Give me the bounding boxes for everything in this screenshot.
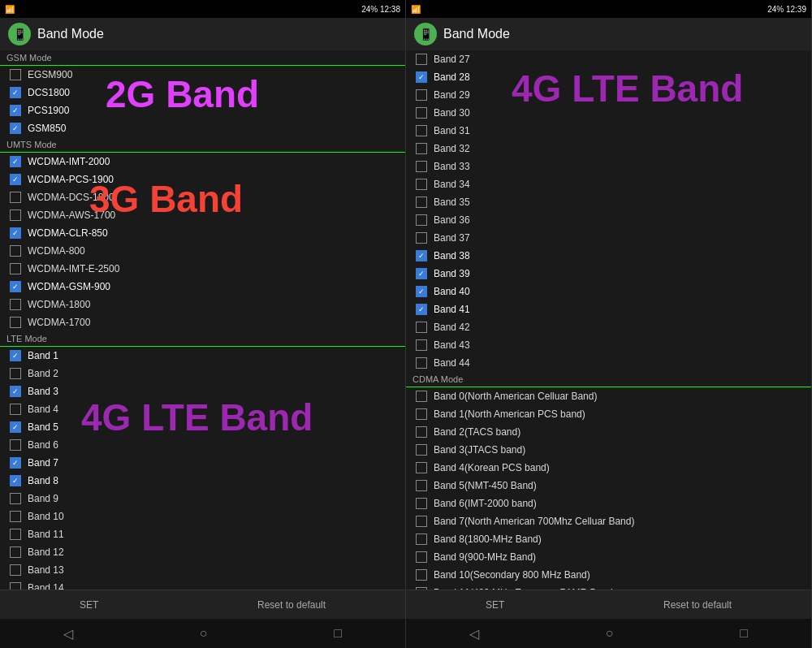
checkbox-cdma-band6[interactable] [416,498,427,509]
checkbox-wcdma-800[interactable] [10,245,21,257]
band-item-wcdma-1800[interactable]: WCDMA-1800 [0,296,405,313]
checkbox-cdma-band5[interactable] [416,480,427,491]
cdma-band9[interactable]: Band 9(900-MHz Band) [406,548,811,566]
checkbox-band8[interactable] [10,475,21,486]
band-item-band37[interactable]: Band 37 [406,229,811,247]
band-item-band33[interactable]: Band 33 [406,158,811,175]
band-item-wcdma-800[interactable]: WCDMA-800 [0,242,405,260]
band-item-band5[interactable]: Band 5 [0,418,405,436]
checkbox-band34[interactable] [416,179,427,190]
checkbox-egsm900[interactable] [10,69,21,80]
band-item-wcdma-gsm900[interactable]: WCDMA-GSM-900 [0,278,405,296]
right-reset-button[interactable]: Reset to default [647,594,748,616]
cdma-band6[interactable]: Band 6(IMT-2000 band) [406,495,811,512]
checkbox-band44[interactable] [416,357,427,369]
cdma-band5[interactable]: Band 5(NMT-450 Band) [406,477,811,495]
band-item-band41[interactable]: Band 41 [406,300,811,318]
checkbox-cdma-band11[interactable] [416,587,427,590]
checkbox-cdma-band7[interactable] [416,516,427,527]
checkbox-band4[interactable] [10,404,21,415]
cdma-band4[interactable]: Band 4(Korean PCS band) [406,459,811,477]
checkbox-band7[interactable] [10,457,21,469]
checkbox-band39[interactable] [416,268,427,279]
band-item-band7[interactable]: Band 7 [0,454,405,472]
checkbox-band31[interactable] [416,125,427,136]
checkbox-cdma-band8[interactable] [416,534,427,545]
left-back-button[interactable]: ◁ [63,626,73,642]
left-recent-button[interactable]: □ [334,626,342,641]
band-item-gsm850[interactable]: GSM850 [0,119,405,137]
band-item-band9[interactable]: Band 9 [0,490,405,508]
checkbox-cdma-band4[interactable] [416,462,427,473]
cdma-band7[interactable]: Band 7(North American 700Mhz Celluar Ban… [406,512,811,530]
checkbox-wcdma-imt2000[interactable] [10,156,21,167]
left-set-button[interactable]: SET [63,594,114,616]
checkbox-band13[interactable] [10,564,21,576]
checkbox-band14[interactable] [10,582,21,590]
band-item-band12[interactable]: Band 12 [0,543,405,561]
band-item-band32[interactable]: Band 32 [406,140,811,158]
cdma-band10[interactable]: Band 10(Secondary 800 MHz Band) [406,566,811,584]
band-item-band10[interactable]: Band 10 [0,508,405,525]
checkbox-band40[interactable] [416,286,427,297]
checkbox-wcdma-imt-e2500[interactable] [10,263,21,274]
band-item-band31[interactable]: Band 31 [406,122,811,140]
checkbox-cdma-band9[interactable] [416,551,427,563]
checkbox-cdma-band2[interactable] [416,426,427,438]
checkbox-band10[interactable] [10,511,21,522]
checkbox-wcdma-aws1700[interactable] [10,210,21,221]
band-item-wcdma-clr850[interactable]: WCDMA-CLR-850 [0,224,405,242]
checkbox-band41[interactable] [416,304,427,315]
checkbox-band32[interactable] [416,143,427,154]
band-item-pcs1900[interactable]: PCS1900 [0,102,405,119]
left-reset-button[interactable]: Reset to default [241,594,342,616]
band-item-band44[interactable]: Band 44 [406,354,811,372]
band-item-band36[interactable]: Band 36 [406,211,811,229]
checkbox-wcdma-1700[interactable] [10,317,21,328]
checkbox-band43[interactable] [416,339,427,351]
band-item-band35[interactable]: Band 35 [406,193,811,211]
checkbox-gsm850[interactable] [10,123,21,134]
band-item-dcs1800[interactable]: DCS1800 [0,84,405,102]
band-item-band13[interactable]: Band 13 [0,561,405,579]
band-item-band14[interactable]: Band 14 [0,579,405,590]
cdma-band3[interactable]: Band 3(JTACS band) [406,441,811,459]
checkbox-cdma-band3[interactable] [416,444,427,456]
band-item-wcdma-1700[interactable]: WCDMA-1700 [0,313,405,331]
band-item-band38[interactable]: Band 38 [406,247,811,265]
checkbox-pcs1900[interactable] [10,105,21,116]
band-item-wcdma-imt2000[interactable]: WCDMA-IMT-2000 [0,153,405,171]
checkbox-wcdma-1800[interactable] [10,299,21,310]
checkbox-band30[interactable] [416,107,427,119]
checkbox-wcdma-pcs1900[interactable] [10,174,21,185]
checkbox-band2[interactable] [10,368,21,379]
band-item-band1[interactable]: Band 1 [0,347,405,365]
band-item-band34[interactable]: Band 34 [406,175,811,193]
band-item-band28[interactable]: Band 28 [406,68,811,86]
checkbox-band35[interactable] [416,197,427,208]
checkbox-wcdma-clr850[interactable] [10,227,21,239]
band-item-band2[interactable]: Band 2 [0,365,405,382]
band-item-wcdma-aws1700[interactable]: WCDMA-AWS-1700 [0,206,405,224]
checkbox-band42[interactable] [416,322,427,333]
band-item-egsm900[interactable]: EGSM900 [0,66,405,84]
checkbox-band37[interactable] [416,232,427,244]
checkbox-cdma-band0[interactable] [416,391,427,402]
band-item-band8[interactable]: Band 8 [0,472,405,490]
checkbox-band36[interactable] [416,214,427,226]
band-item-band40[interactable]: Band 40 [406,283,811,300]
band-item-wcdma-pcs1900[interactable]: WCDMA-PCS-1900 [0,171,405,188]
cdma-band0[interactable]: Band 0(North American Celluar Band) [406,387,811,405]
band-item-band4[interactable]: Band 4 [0,400,405,418]
checkbox-band6[interactable] [10,439,21,451]
cdma-band11[interactable]: Band 11(400 MHz European PAMR Band [406,584,811,590]
checkbox-band11[interactable] [10,529,21,540]
band-item-wcdma-imt-e2500[interactable]: WCDMA-IMT-E-2500 [0,260,405,278]
band-item-band30[interactable]: Band 30 [406,104,811,122]
checkbox-band33[interactable] [416,161,427,172]
band-item-band39[interactable]: Band 39 [406,265,811,283]
checkbox-band38[interactable] [416,250,427,261]
checkbox-band12[interactable] [10,546,21,558]
checkbox-cdma-band10[interactable] [416,569,427,581]
band-item-band29[interactable]: Band 29 [406,86,811,104]
